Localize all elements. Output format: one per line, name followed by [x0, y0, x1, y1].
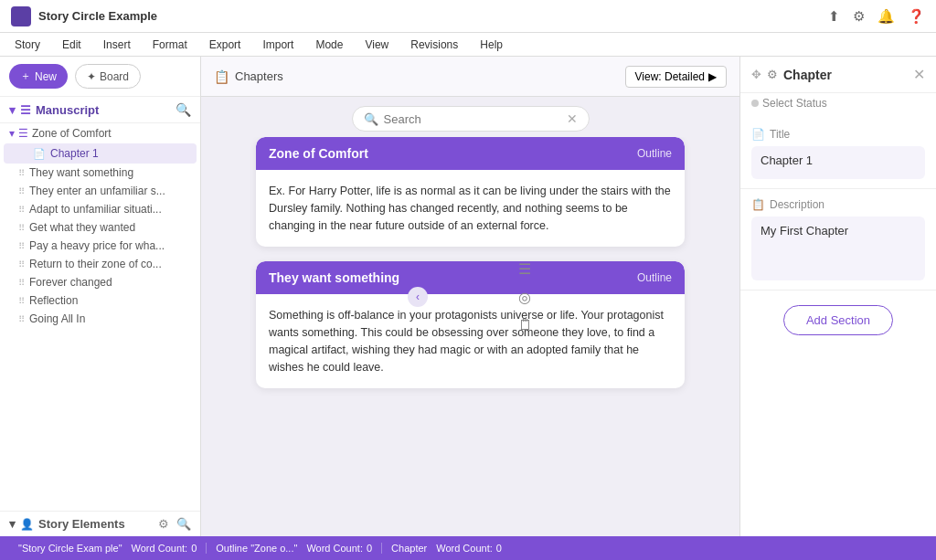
story-elements-section: ▾ 👤 Story Elements ⚙ 🔍: [0, 511, 200, 536]
card-tag-1: Outline: [637, 271, 672, 284]
add-section-button[interactable]: Add Section: [783, 305, 893, 335]
search-input-wrap: 🔍 ✕: [352, 106, 590, 132]
card-title-1: They want something: [269, 270, 399, 285]
menu-view[interactable]: View: [361, 37, 392, 53]
menu-story[interactable]: Story: [11, 37, 44, 53]
close-icon[interactable]: ✕: [913, 66, 925, 83]
title-icon: 📄: [751, 128, 765, 141]
bell-icon[interactable]: 🔔: [878, 8, 895, 25]
drag-icon-4: ⠿: [18, 241, 25, 251]
toolbar-note-icon[interactable]: 🗒: [518, 317, 533, 333]
right-panel-status: Select Status: [740, 93, 936, 119]
subitem-7[interactable]: ⠿ Reflection: [0, 291, 200, 310]
help-icon[interactable]: ❓: [908, 8, 925, 25]
status-dot: [751, 100, 759, 107]
menu-format[interactable]: Format: [149, 37, 191, 53]
drag-icon-1: ⠿: [18, 186, 25, 196]
menu-revisions[interactable]: Revisions: [407, 37, 462, 53]
collapse-button[interactable]: ‹: [408, 287, 428, 307]
description-label: 📋 Description: [751, 198, 925, 211]
chapter1-item[interactable]: 📄 Chapter 1: [4, 143, 197, 164]
chapters-icon: 📋: [214, 69, 229, 84]
status-item-0: "Story Circle Exam ple" Word Count: 0: [9, 543, 207, 554]
menu-mode[interactable]: Mode: [312, 37, 346, 53]
description-icon: 📋: [751, 198, 765, 211]
title-section: 📄 Title Chapter 1: [740, 119, 936, 189]
menu-bar: Story Edit Insert Format Export Import M…: [0, 33, 936, 57]
toolbar-target-icon[interactable]: ◎: [518, 289, 533, 306]
manuscript-title: ▾ ☰ Manuscript: [9, 103, 176, 117]
gear-icon[interactable]: ⚙: [853, 8, 865, 25]
card-header-0: Zone of Comfort Outline: [256, 137, 685, 170]
view-button[interactable]: View: Detailed ▶: [625, 66, 728, 88]
toolbar-list-icon[interactable]: ☰: [518, 260, 533, 278]
main-layout: ＋ New ✦ Board ▾ ☰ Manuscript 🔍 ▾ ☰ Zone …: [0, 57, 936, 536]
move-icon: ✥: [751, 68, 761, 81]
zone-of-comfort-group: ▾ ☰ Zone of Comfort 📄 Chapter 1 ⠿ They w…: [0, 123, 200, 328]
zone-icon: ☰: [18, 127, 28, 140]
title-bar: Story Circle Example ⬆ ⚙ 🔔 ❓: [0, 0, 936, 33]
manuscript-section: ▾ ☰ Manuscript 🔍: [0, 97, 200, 123]
chevron-view-icon: ▶: [708, 70, 717, 83]
sidebar-tree: ▾ ☰ Zone of Comfort 📄 Chapter 1 ⠿ They w…: [0, 123, 200, 511]
subitem-6[interactable]: ⠿ Forever changed: [0, 273, 200, 291]
right-panel-header-icons: ✥ ⚙: [751, 68, 778, 81]
export-icon[interactable]: ⬆: [828, 8, 840, 25]
right-panel-title: Chapter: [783, 68, 913, 82]
gear-small-icon[interactable]: ⚙: [158, 517, 169, 531]
board-button[interactable]: ✦ Board: [75, 64, 141, 89]
card-body-1: Something is off-balance in your protago…: [256, 294, 685, 388]
drag-icon-5: ⠿: [18, 259, 25, 269]
card-0: Zone of Comfort Outline Ex. For Harry Po…: [256, 137, 685, 247]
description-value[interactable]: My First Chapter: [751, 217, 925, 280]
subitem-0[interactable]: ⠿ They want something: [0, 164, 200, 182]
doc-icon: 📄: [33, 148, 46, 160]
sidebar: ＋ New ✦ Board ▾ ☰ Manuscript 🔍 ▾ ☰ Zone …: [0, 57, 201, 536]
menu-help[interactable]: Help: [476, 37, 506, 53]
side-toolbar: ☰ ◎ 🗒: [513, 253, 538, 341]
center-wrap: 📋 Chapters View: Detailed ▶ 🔍 ✕: [201, 57, 739, 536]
drag-icon-2: ⠿: [18, 205, 25, 215]
subitem-4[interactable]: ⠿ Pay a heavy price for wha...: [0, 237, 200, 255]
chevron-down-icon: ▾: [9, 103, 16, 117]
title-label: 📄 Title: [751, 128, 925, 141]
cards-area: Zone of Comfort Outline Ex. For Harry Po…: [201, 137, 739, 536]
chevron-icon: ▾: [9, 127, 15, 140]
search-clear-icon[interactable]: ✕: [567, 111, 578, 126]
settings-small-icon[interactable]: ⚙: [767, 68, 778, 81]
subitem-5[interactable]: ⠿ Return to their zone of co...: [0, 255, 200, 273]
plus-icon: ＋: [20, 69, 31, 84]
star-icon: ✦: [87, 70, 96, 83]
card-body-0: Ex. For Harry Potter, life is as normal …: [256, 170, 685, 247]
menu-insert[interactable]: Insert: [100, 37, 134, 53]
new-button[interactable]: ＋ New: [9, 64, 68, 89]
search-small-icon[interactable]: 🔍: [176, 517, 191, 531]
status-item-1: Outline "Zone o..." Word Count: 0: [207, 543, 382, 554]
drag-icon-3: ⠿: [18, 223, 25, 233]
center-panel: 📋 Chapters View: Detailed ▶ 🔍 ✕: [201, 57, 739, 536]
right-panel-header: ✥ ⚙ Chapter ✕: [740, 57, 936, 93]
menu-import[interactable]: Import: [259, 37, 297, 53]
drag-icon-0: ⠿: [18, 168, 25, 178]
subitem-1[interactable]: ⠿ They enter an unfamiliar s...: [0, 182, 200, 200]
subitem-3[interactable]: ⠿ Get what they wanted: [0, 218, 200, 237]
sidebar-search-icon[interactable]: 🔍: [176, 102, 191, 117]
menu-edit[interactable]: Edit: [58, 37, 85, 53]
zone-of-comfort-header[interactable]: ▾ ☰ Zone of Comfort: [0, 123, 200, 143]
story-elements-icons: ⚙ 🔍: [158, 517, 191, 531]
center-header: 📋 Chapters View: Detailed ▶: [201, 57, 739, 97]
app-title: Story Circle Example: [38, 9, 157, 23]
title-value[interactable]: Chapter 1: [751, 146, 925, 179]
subitem-8[interactable]: ⠿ Going All In: [0, 310, 200, 328]
chevron-right-icon: ▾: [9, 517, 16, 531]
user-icon: 👤: [20, 518, 34, 531]
subitem-2[interactable]: ⠿ Adapt to unfamiliar situati...: [0, 200, 200, 218]
search-input[interactable]: [384, 112, 561, 126]
chapters-title: 📋 Chapters: [214, 69, 283, 84]
card-title-0: Zone of Comfort: [269, 146, 368, 161]
story-elements-title: ▾ 👤 Story Elements: [9, 517, 158, 531]
app-icon: [11, 6, 31, 26]
drag-icon-6: ⠿: [18, 278, 25, 288]
right-panel: ✥ ⚙ Chapter ✕ Select Status 📄 Title Chap…: [739, 57, 936, 536]
menu-export[interactable]: Export: [206, 37, 245, 53]
